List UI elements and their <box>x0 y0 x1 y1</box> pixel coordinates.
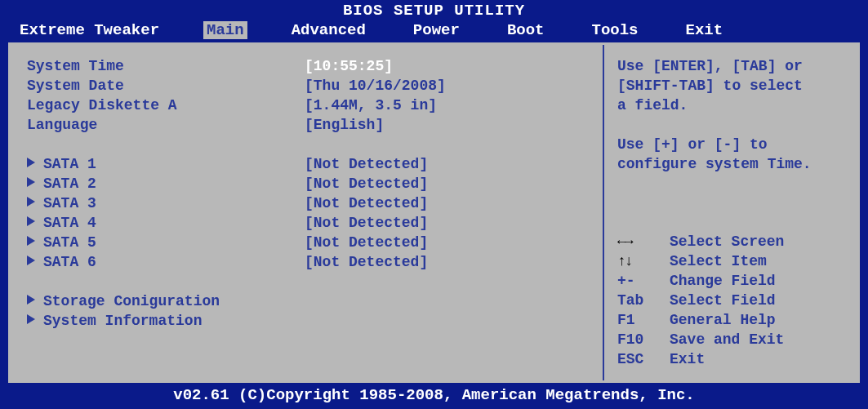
label-sata-3: SATA 3 <box>27 193 305 213</box>
menu-boot[interactable]: Boot <box>504 21 548 39</box>
footer-copyright: v02.61 (C)Copyright 1985-2008, American … <box>0 383 868 409</box>
menu-bar: Extreme Tweaker Main Advanced Power Boot… <box>0 20 868 42</box>
menu-exit[interactable]: Exit <box>683 21 727 39</box>
main-area: System Time [10:55:25] System Date [Thu … <box>8 42 860 383</box>
triangle-icon <box>27 197 35 207</box>
row-sata-1[interactable]: SATA 1 [Not Detected] <box>27 154 586 174</box>
label-sata-5: SATA 5 <box>27 233 305 252</box>
legend-key: Tab <box>617 291 670 310</box>
triangle-icon <box>27 177 35 187</box>
row-sata-4[interactable]: SATA 4 [Not Detected] <box>27 213 586 233</box>
legend-key: F10 <box>617 330 670 349</box>
row-sata-3[interactable]: SATA 3 [Not Detected] <box>27 193 586 213</box>
triangle-icon <box>27 314 35 324</box>
value-sata-6: [Not Detected] <box>305 252 428 272</box>
menu-tools[interactable]: Tools <box>588 21 641 39</box>
legend-label: Select Screen <box>670 232 784 251</box>
help-line: Use [ENTER], [TAB] or <box>617 56 844 76</box>
row-sata-6[interactable]: SATA 6 [Not Detected] <box>27 252 586 272</box>
label-system-date: System Date <box>27 76 305 96</box>
help-text: Use [ENTER], [TAB] or [SHIFT-TAB] to sel… <box>617 56 844 174</box>
triangle-icon <box>27 216 35 226</box>
help-panel: Use [ENTER], [TAB] or [SHIFT-TAB] to sel… <box>604 45 857 380</box>
legend-label: Change Field <box>670 271 776 291</box>
legend-general-help: F1 General Help <box>617 310 844 330</box>
label-legacy-diskette: Legacy Diskette A <box>27 96 305 115</box>
menu-main[interactable]: Main <box>203 21 247 39</box>
legend-key: ESC <box>617 349 670 369</box>
triangle-icon <box>27 236 35 246</box>
label-storage-config: Storage Coniguration <box>27 291 305 311</box>
value-system-time[interactable]: [10:55:25] <box>305 56 393 76</box>
menu-extreme-tweaker[interactable]: Extreme Tweaker <box>16 21 162 39</box>
help-line: Use [+] or [-] to <box>617 135 844 154</box>
label-sata-2: SATA 2 <box>27 174 305 193</box>
bios-screen: BIOS SETUP UTILITY Extreme Tweaker Main … <box>0 0 868 409</box>
arrows-left-right-icon <box>617 233 632 250</box>
row-sata-5[interactable]: SATA 5 [Not Detected] <box>27 233 586 252</box>
value-sata-1: [Not Detected] <box>305 154 428 174</box>
legend-label: Select Field <box>670 291 776 310</box>
legend-key: F1 <box>617 310 670 330</box>
legend-key: +- <box>617 271 670 291</box>
label-sata-1: SATA 1 <box>27 154 305 174</box>
menu-power[interactable]: Power <box>410 21 463 39</box>
legend-label: Save and Exit <box>670 330 784 349</box>
value-legacy-diskette[interactable]: [1.44M, 3.5 in] <box>305 96 437 115</box>
legend-select-field: Tab Select Field <box>617 291 844 310</box>
key-legend: Select Screen Select Item +- Change Fiel… <box>617 232 844 369</box>
triangle-icon <box>27 295 35 305</box>
row-language[interactable]: Language [English] <box>27 115 586 135</box>
triangle-icon <box>27 158 35 167</box>
help-line: [SHIFT-TAB] to select <box>617 76 844 96</box>
help-line: a field. <box>617 96 844 115</box>
value-language[interactable]: [English] <box>305 115 384 135</box>
legend-label: General Help <box>670 310 776 330</box>
row-sata-2[interactable]: SATA 2 [Not Detected] <box>27 174 586 193</box>
settings-panel: System Time [10:55:25] System Date [Thu … <box>11 45 604 380</box>
legend-label: Select Item <box>670 251 767 271</box>
legend-change-field: +- Change Field <box>617 271 844 291</box>
value-system-date[interactable]: [Thu 10/16/2008] <box>305 76 446 96</box>
legend-select-item: Select Item <box>617 251 844 271</box>
label-sata-4: SATA 4 <box>27 213 305 233</box>
label-system-info: System Information <box>27 311 305 331</box>
row-system-info[interactable]: System Information <box>27 311 586 331</box>
row-system-time[interactable]: System Time [10:55:25] <box>27 56 586 76</box>
legend-exit: ESC Exit <box>617 349 844 369</box>
legend-label: Exit <box>670 349 705 369</box>
value-sata-2: [Not Detected] <box>305 174 428 193</box>
legend-save-exit: F10 Save and Exit <box>617 330 844 349</box>
row-storage-config[interactable]: Storage Coniguration <box>27 291 586 311</box>
menu-advanced[interactable]: Advanced <box>288 21 369 39</box>
label-language: Language <box>27 115 305 135</box>
value-sata-5: [Not Detected] <box>305 233 428 252</box>
value-sata-4: [Not Detected] <box>305 213 428 233</box>
triangle-icon <box>27 256 35 265</box>
label-system-time: System Time <box>27 56 305 76</box>
row-system-date[interactable]: System Date [Thu 10/16/2008] <box>27 76 586 96</box>
row-legacy-diskette[interactable]: Legacy Diskette A [1.44M, 3.5 in] <box>27 96 586 115</box>
title-bar: BIOS SETUP UTILITY <box>0 0 868 20</box>
legend-select-screen: Select Screen <box>617 232 844 251</box>
arrows-up-down-icon <box>617 253 632 269</box>
help-line: configure system Time. <box>617 154 844 174</box>
label-sata-6: SATA 6 <box>27 252 305 272</box>
value-sata-3: [Not Detected] <box>305 193 428 213</box>
